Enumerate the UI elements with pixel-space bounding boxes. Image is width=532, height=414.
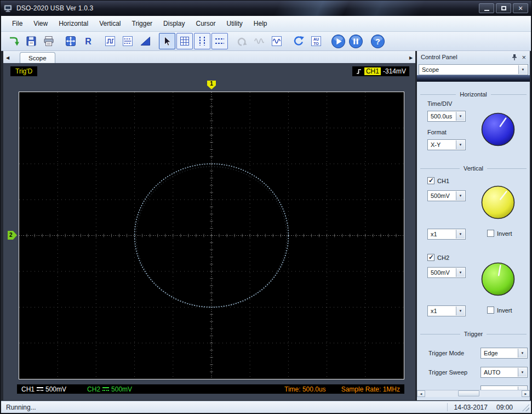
scope-region: Scope Trig'D CH1 -314mV 1 2 CH1 xyxy=(3,51,415,400)
help-icon: ? xyxy=(370,34,385,49)
ramp-button[interactable] xyxy=(137,33,153,49)
control-panel: Control Panel Scope Horizontal Time/DIV xyxy=(417,51,530,400)
play-button[interactable] xyxy=(330,33,346,49)
trigger-mode-select[interactable]: Edge xyxy=(480,348,528,359)
chevron-down-icon xyxy=(456,140,465,149)
ch1-knob[interactable] xyxy=(480,185,516,220)
status-datetime: 14-03-2017 09:00 xyxy=(447,403,513,411)
close-button[interactable] xyxy=(513,3,528,13)
menu-help[interactable]: Help xyxy=(248,17,273,30)
waveform-disabled-icon xyxy=(253,35,265,47)
app-icon xyxy=(4,4,13,13)
ch2-enable-checkbox[interactable]: CH2 xyxy=(427,254,449,261)
scroll-track[interactable] xyxy=(425,390,522,397)
marker-1-handle[interactable]: 1 xyxy=(207,81,216,89)
toolbar: R xyxy=(1,32,531,51)
time-div-label: Time/DIV xyxy=(427,100,452,107)
auto-set-button[interactable] xyxy=(62,33,79,49)
ch2-knob[interactable] xyxy=(480,262,516,297)
save-button[interactable] xyxy=(23,33,39,49)
record-button[interactable]: R xyxy=(80,33,96,49)
ch2-readout-volts: 500mV xyxy=(111,385,132,393)
dc-coupling-icon xyxy=(102,387,109,392)
marker-2-handle[interactable]: 2 xyxy=(8,231,17,240)
chevron-down-icon xyxy=(518,368,527,377)
chevron-down-icon xyxy=(518,65,527,74)
tab-scope[interactable]: Scope xyxy=(20,52,55,63)
menu-view[interactable]: View xyxy=(28,17,53,30)
panel-divider-band xyxy=(417,75,530,82)
format-select[interactable]: X-Y xyxy=(427,139,466,150)
menubar: File View Horizontal Vertical Trigger Di… xyxy=(1,16,531,32)
panel-selector-row: Scope xyxy=(417,63,530,75)
grid-icon xyxy=(179,35,191,47)
record-r-label: R xyxy=(85,37,91,46)
app-window: DSO-2020 USB Ver 1.0.3 File View Horizon… xyxy=(0,0,532,414)
trigger-sweep-select[interactable]: AUTO xyxy=(480,367,528,378)
chevron-down-icon xyxy=(456,230,465,239)
menu-vertical[interactable]: Vertical xyxy=(94,17,126,30)
format-label: Format xyxy=(427,129,447,135)
menu-horizontal[interactable]: Horizontal xyxy=(53,17,94,30)
tab-scroll-left-icon[interactable] xyxy=(3,52,12,63)
menu-display[interactable]: Display xyxy=(158,17,190,30)
print-button[interactable] xyxy=(41,33,57,49)
control-panel-header: Control Panel xyxy=(417,51,530,63)
chevron-down-icon xyxy=(456,191,465,200)
tab-scroll-right-icon[interactable] xyxy=(407,52,415,63)
ch1-invert-checkbox[interactable]: Invert xyxy=(487,230,512,237)
trigger-edge-icon xyxy=(356,68,362,75)
ch2-volts-select[interactable]: 500mV xyxy=(427,267,466,278)
waveform-disabled-button xyxy=(251,33,267,49)
close-panel-icon[interactable] xyxy=(522,54,526,61)
horizontal-cursors-icon xyxy=(214,35,226,47)
open-button[interactable] xyxy=(5,33,22,49)
ch2-probe-select[interactable]: x1 xyxy=(427,305,466,316)
ramp-icon xyxy=(139,35,151,47)
refresh-button[interactable] xyxy=(290,33,307,49)
ch1-readout-volts: 500mV xyxy=(45,385,66,393)
horizontal-knob[interactable] xyxy=(480,112,516,147)
menu-file[interactable]: File xyxy=(7,17,28,30)
filter-levels-button[interactable] xyxy=(119,33,136,49)
grid-button[interactable] xyxy=(176,33,193,49)
help-button[interactable]: ? xyxy=(369,33,386,49)
trigger-section-header: Trigger xyxy=(420,331,527,337)
chevron-down-icon xyxy=(456,268,465,277)
menu-utility[interactable]: Utility xyxy=(221,17,248,30)
trigger-status-badge: Trig'D xyxy=(10,66,37,76)
scroll-right-button[interactable] xyxy=(522,390,530,397)
pin-icon[interactable] xyxy=(512,54,517,61)
menu-trigger[interactable]: Trigger xyxy=(127,17,158,30)
minimize-button[interactable] xyxy=(479,3,494,13)
vertical-cursors-button[interactable] xyxy=(194,33,210,49)
horizontal-scrollbar[interactable] xyxy=(417,390,530,397)
scroll-thumb[interactable] xyxy=(458,390,479,396)
time-div-select[interactable]: 500.0us xyxy=(427,111,466,122)
help-glyph: ? xyxy=(375,37,380,46)
ch1-probe-select[interactable]: x1 xyxy=(427,229,466,240)
status-text: Running... xyxy=(6,404,36,411)
ch1-volts-select[interactable]: 500mV xyxy=(427,190,466,201)
tab-bar: Scope xyxy=(3,51,415,63)
horizontal-cursors-button[interactable] xyxy=(211,33,228,49)
square-wave-button[interactable] xyxy=(102,33,118,49)
ch2-invert-checkbox[interactable]: Invert xyxy=(487,307,512,314)
panel-selector-dropdown[interactable]: Scope xyxy=(419,64,528,75)
scope-area: Trig'D CH1 -314mV 1 2 CH1 500mV xyxy=(3,63,415,400)
scope-display[interactable] xyxy=(19,92,404,379)
menu-cursor[interactable]: Cursor xyxy=(190,17,221,30)
trigger-level-value: -314mV xyxy=(383,67,406,75)
waveform-button[interactable] xyxy=(268,33,285,49)
open-icon xyxy=(8,35,20,47)
auto-scale-button[interactable]: AU TO xyxy=(308,33,324,49)
titlebar[interactable]: DSO-2020 USB Ver 1.0.3 xyxy=(1,1,531,16)
pause-button[interactable] xyxy=(347,33,364,49)
scroll-left-button[interactable] xyxy=(417,390,425,397)
maximize-button[interactable] xyxy=(496,3,511,13)
select-cursor-button[interactable] xyxy=(159,33,175,49)
resize-grip[interactable] xyxy=(522,404,529,411)
pause-icon xyxy=(348,34,363,49)
tab-scope-label: Scope xyxy=(28,55,47,61)
ch1-enable-checkbox[interactable]: CH1 xyxy=(427,177,449,184)
